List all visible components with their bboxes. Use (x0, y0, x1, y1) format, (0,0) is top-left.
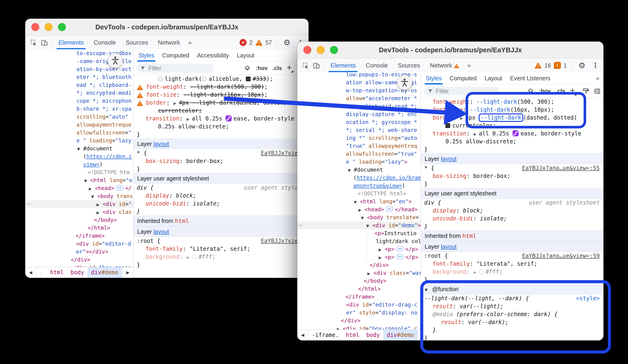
toggle-hover-button[interactable]: :hov (256, 65, 268, 71)
dom-tree-row[interactable]: ead *; clipboard- (25, 81, 133, 89)
close-window-button[interactable] (31, 23, 39, 31)
color-swatch[interactable] (192, 254, 197, 259)
dom-tree-row[interactable]: light/dark col (297, 237, 421, 245)
color-swatch[interactable] (446, 123, 450, 128)
breadcrumb-item[interactable]: html (342, 330, 363, 340)
inline-expand-button[interactable]: ⋯ (396, 254, 404, 259)
tree-arrow-icon[interactable]: ▶ (96, 201, 103, 209)
breadcrumb-item[interactable]: body (363, 330, 383, 340)
dom-tree-row[interactable]: ▼<html lang="e (25, 176, 133, 184)
zoom-window-button[interactable] (330, 46, 338, 54)
style-declaration-row[interactable]: } (134, 261, 309, 269)
dom-tree-row[interactable]: scrolling="auto" (25, 113, 133, 121)
style-declaration-row[interactable]: light-dark(aliceblue, #333); (134, 75, 309, 83)
zoom-window-button[interactable] (58, 23, 66, 31)
dom-tree-row[interactable]: allowfullscreen="true" (297, 150, 421, 158)
dom-tree-row[interactable]: ▶<p>⋯</p> (297, 245, 421, 253)
tab-sources[interactable]: Sources (393, 59, 425, 72)
dom-tree-row[interactable]: ▼<body translate= (297, 213, 421, 221)
style-declaration-row[interactable]: !font-size: --light-dark(16px, 18px); (134, 91, 309, 99)
tree-arrow-icon[interactable]: ▼ (348, 167, 354, 175)
dom-tree-row[interactable]: ▶<head>⋯</head> (297, 205, 421, 213)
tab-elements[interactable]: Elements (325, 59, 361, 72)
dom-tree-row[interactable]: ▶<div clas (25, 208, 133, 216)
color-swatch[interactable] (246, 77, 250, 81)
dom-tree-row[interactable]: view=) (25, 160, 133, 168)
dom-tree-row[interactable]: display-capture *; enc (297, 110, 421, 118)
dom-tree-row[interactable]: eter *; bluetooth (25, 73, 133, 81)
titlebar[interactable]: DevTools - codepen.io/bramus/pen/EaYBJJx (25, 19, 309, 36)
dom-tree-row[interactable]: </html> (297, 285, 421, 293)
dom-tree-row[interactable]: ▶<p>⋯</p> (297, 253, 421, 261)
more-tabs-button[interactable]: » (185, 39, 195, 46)
dom-tree-row[interactable]: ing *" scrolling="auto (297, 134, 421, 142)
minimize-window-button[interactable] (317, 46, 325, 54)
dom-tree-row[interactable]: </div> (297, 317, 421, 325)
style-declaration-row[interactable]: div {user agent stylesheet (421, 199, 604, 207)
breadcrumb-item[interactable]: div#demo (88, 267, 122, 278)
panel-tab-computed[interactable]: Computed (158, 49, 193, 61)
dom-tree-row[interactable]: ocation *; gyroscope * (297, 118, 421, 126)
tree-arrow-icon[interactable]: ▶ (359, 206, 365, 214)
dom-tree-row[interactable]: <div id="editor-drag-c (297, 301, 421, 309)
dom-tree-row[interactable]: </div> (297, 261, 421, 269)
style-declaration-row[interactable]: currentcolor; (134, 107, 309, 115)
breadcrumb-item[interactable]: div#demo (383, 330, 417, 340)
device-toolbar-icon[interactable] (311, 60, 321, 71)
dom-tree-row[interactable]: ▶<head>⋯</ (25, 184, 133, 192)
dom-tree-row[interactable]: e " loading="lazy (25, 137, 133, 144)
dom-tree-row[interactable]: b-share *; xr-spa (25, 105, 133, 113)
dom-tree-row[interactable]: ▼#document (297, 166, 421, 174)
tree-arrow-icon[interactable]: ▶ (96, 209, 103, 217)
expand-value-icon[interactable]: ▶ (174, 101, 176, 106)
dom-tree-row[interactable]: ▼<html lang="en"> (297, 197, 421, 205)
panel-tab-computed[interactable]: Computed (446, 72, 480, 84)
tree-arrow-icon[interactable]: ▼ (77, 145, 83, 153)
style-declaration-row[interactable]: unicode-bidi: isolate; (134, 200, 309, 208)
tree-arrow-icon[interactable]: ▶ (89, 185, 95, 193)
tree-arrow-icon[interactable]: ▶ (379, 246, 385, 254)
dom-tree-row[interactable]: allow="accelerometer * (297, 94, 421, 102)
dom-tree-row[interactable]: er"></div> (25, 248, 133, 256)
dom-tree-row[interactable]: e " loading="lazy"> (297, 158, 421, 166)
dom-tree-row[interactable]: anon=true&view=) (297, 182, 421, 189)
breadcrumb-back-button[interactable]: ◀ (25, 267, 36, 278)
dom-tree-row[interactable]: ▼#document (25, 144, 133, 152)
color-swatch[interactable] (479, 269, 483, 274)
style-declaration-row[interactable]: !font-weight: --light-dark(500, 300); (134, 83, 309, 91)
style-declaration-row[interactable]: :root {EaYBJJx?ano…ue&view=:59 (421, 252, 604, 260)
tree-arrow-icon[interactable]: ▼ (361, 214, 367, 222)
style-declaration-row[interactable]: } (421, 223, 604, 231)
dom-tree-row[interactable]: ⋯▼<div id="demo"> (297, 221, 421, 229)
easing-editor-icon[interactable] (226, 115, 232, 121)
dom-tree-row[interactable]: </iframe> (25, 232, 133, 240)
settings-gear-icon[interactable]: ⚙ (284, 38, 291, 47)
inline-expand-button[interactable]: ⋯ (386, 206, 393, 212)
tree-arrow-icon[interactable]: ▶ (367, 270, 374, 278)
style-declaration-row[interactable]: transition: ▶all 0.25s ease, border-styl… (134, 115, 309, 122)
breadcrumb-item[interactable]: html (47, 267, 67, 278)
color-swatch[interactable] (202, 77, 207, 81)
toggle-class-button[interactable]: .cls (273, 65, 282, 71)
breadcrumb-back-button[interactable]: ◀ (297, 330, 308, 340)
style-declaration-row[interactable]: } (134, 165, 309, 173)
dom-tree-row[interactable]: <div id="editor-d (25, 240, 133, 248)
style-declaration-row[interactable]: 0.25s allow-discrete; (421, 137, 604, 145)
dom-tree-row[interactable]: a *; clipboard-read *; (297, 102, 421, 110)
dom-tree-row[interactable]: (https://cdpn.i (25, 152, 133, 160)
inspect-element-icon[interactable] (28, 37, 39, 48)
settings-gear-icon[interactable]: ⚙ (578, 61, 585, 70)
style-declaration-row[interactable]: div {user agent stylesh (134, 184, 309, 192)
breadcrumb-forward-button[interactable]: ▶ (122, 267, 133, 278)
dom-tree-row[interactable]: *; encrypted-medi (25, 89, 133, 97)
dom-tree-row[interactable]: <p>Instructio (297, 229, 421, 237)
row-options-icon[interactable]: ⋯ (27, 200, 31, 208)
dom-tree-row[interactable]: (https://cdpn.io/bram (297, 174, 421, 182)
panel-tab-event-listeners[interactable]: Event Listeners (506, 72, 554, 84)
style-declaration-row[interactable]: transition: ▶all 0.25s ease, border-styl… (421, 129, 604, 137)
style-declaration-row[interactable]: display: block; (134, 192, 309, 200)
row-options-icon[interactable]: ⋯ (299, 221, 303, 229)
panel-tab-layout[interactable]: Layout (480, 72, 506, 84)
dom-tree-row[interactable]: "true" allowpaymentreq (297, 142, 421, 150)
filter-input[interactable]: Filter (136, 64, 214, 73)
